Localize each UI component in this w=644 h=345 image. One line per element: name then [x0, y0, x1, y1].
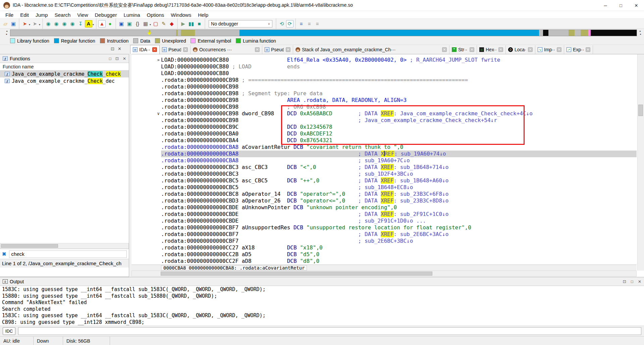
debugger-selector[interactable]: No debugger∨ — [209, 20, 272, 27]
maximize-panel-icon[interactable]: □ — [631, 279, 633, 284]
asm-line[interactable]: .rodata:000000000000CBA8 ; sub_19A60+7C↓… — [161, 157, 637, 164]
menu-file[interactable]: File — [2, 12, 17, 18]
idc-language-button[interactable]: IDC — [3, 327, 15, 335]
undo-icon[interactable]: ➤ — [21, 20, 29, 27]
bp-data-icon[interactable]: ▣ — [126, 20, 133, 27]
idc-command-input[interactable] — [18, 327, 641, 335]
menu-options[interactable]: Options — [144, 12, 168, 18]
close-panel-icon[interactable]: ✕ — [638, 279, 641, 284]
fold-arrow-icon[interactable]: » — [152, 57, 160, 63]
tab-close-icon[interactable]: ✕ — [442, 47, 447, 52]
close-panel-icon[interactable]: ✕ — [118, 46, 121, 51]
tab-str-[interactable]: "Str···✕ — [449, 45, 477, 54]
output-line[interactable]: 1583C: using guessed type __int64 __fast… — [2, 312, 644, 319]
panel-splitter[interactable] — [129, 54, 131, 277]
restore-panel-icon[interactable]: ⊡ — [623, 279, 626, 284]
tab-close-icon[interactable]: ✕ — [498, 47, 503, 52]
scroll-thumb[interactable] — [1, 244, 58, 248]
close-button[interactable]: ✕ — [629, 0, 644, 11]
step-into-c-icon[interactable]: ⟲ — [278, 20, 285, 27]
jump-down-icon[interactable]: ↧ — [77, 20, 84, 27]
maximize-button[interactable]: □ — [613, 0, 629, 11]
listing-vscrollbar[interactable] — [637, 54, 644, 271]
output-log[interactable]: 1583C: using guessed type __int64 __fast… — [0, 286, 644, 326]
listing-hscrollbar[interactable] — [131, 271, 637, 277]
maximize-panel-icon[interactable]: □ — [109, 56, 111, 61]
navband-right-arrows-icon[interactable]: ▸◂ — [638, 30, 642, 36]
functions-hscrollbar[interactable] — [0, 243, 129, 249]
asm-line[interactable]: .rodata:000000000000CBC3 asc_CBC3 DCB "<… — [161, 164, 637, 171]
fold-arrow-icon[interactable]: ∨ — [152, 110, 160, 117]
menu-lumina[interactable]: Lumina — [120, 12, 143, 18]
asm-line[interactable]: .rodata:000000000000CBDE aUnknownPointer… — [161, 204, 637, 211]
view-2-icon[interactable]: ◉ — [53, 20, 60, 27]
menu-jump[interactable]: Jump — [32, 12, 51, 18]
asm-line[interactable]: .rodata:000000000000CB9C DCD 0x12345678 — [161, 124, 637, 130]
tab-close-icon[interactable]: ✕ — [528, 47, 533, 52]
tab-close-icon[interactable]: ✕ — [470, 47, 474, 52]
tab-ida-[interactable]: ≣IDA···✕ — [130, 45, 160, 54]
asm-line[interactable]: .rodata:000000000000CBC3 ; sub_1D2F4+3BC… — [161, 171, 637, 177]
bp-grid-icon[interactable]: ▦ — [142, 20, 149, 27]
asm-line[interactable]: .rodata:000000000000CBF7 aUnsupportedRes… — [161, 224, 637, 231]
bp-diamond-icon[interactable]: ◆ — [168, 20, 175, 27]
tab-close-icon[interactable]: ✕ — [557, 47, 561, 52]
output-line[interactable]: Search completed — [2, 306, 644, 313]
view-4-icon[interactable]: ◉ — [69, 20, 76, 27]
output-line[interactable]: 15880: using guessed type __int64 __fast… — [2, 293, 644, 300]
asm-line[interactable]: LOAD:000000000000CB80 — [161, 70, 637, 77]
output-line[interactable]: 1583C: using guessed type __int64 __fast… — [2, 286, 644, 293]
asm-line[interactable]: .rodata:000000000000CB98 AREA .rodata, D… — [161, 97, 637, 104]
dropdown-caret-icon[interactable]: ▾ — [29, 23, 30, 26]
asm-line[interactable]: .rodata:000000000000CB98 — [161, 83, 637, 90]
list-modules-icon[interactable]: ≡ — [314, 20, 321, 27]
menu-help[interactable]: Help — [195, 12, 212, 18]
asm-line[interactable]: .rodata:000000000000CB98 ; ORG 0xCB98 — [161, 104, 637, 110]
tab-hex-[interactable]: ◎Hex···✕ — [477, 45, 506, 54]
tab-close-icon[interactable]: ✕ — [183, 47, 188, 52]
asm-line[interactable]: »LOAD:000000000000CB80 Elf64_Rela <0x35A… — [161, 57, 637, 63]
menu-search[interactable]: Search — [51, 12, 74, 18]
scroll-thumb[interactable] — [161, 272, 432, 276]
functions-filter-input[interactable] — [9, 250, 127, 258]
save-database-icon[interactable]: ▣ — [10, 20, 17, 27]
text-mode-icon[interactable]: A — [85, 20, 92, 27]
output-line[interactable]: Command "AskNextText" failed — [2, 299, 644, 306]
asm-line[interactable]: .rodata:000000000000CB98 ; Segment type:… — [161, 90, 637, 97]
menu-windows[interactable]: Windows — [167, 12, 195, 18]
asm-line[interactable]: .rodata:000000000000CBA0 DCD 0xABCDEF12 — [161, 130, 637, 137]
open-file-icon[interactable]: ▱ — [2, 20, 9, 27]
asm-line[interactable]: .rodata:000000000000CC27 aX18 DCB "x18",… — [161, 244, 637, 251]
clear-filter-icon[interactable]: ✖ — [2, 251, 6, 257]
menu-edit[interactable]: Edit — [17, 12, 32, 18]
asm-line[interactable]: .rodata:000000000000CBD3 aOperator_26 DC… — [161, 197, 637, 204]
minimize-button[interactable]: ─ — [598, 0, 613, 11]
asm-line[interactable]: .rodata:000000000000CBDE ; sub_2F91C+1D0… — [161, 218, 637, 224]
tab-close-icon[interactable]: ✕ — [286, 47, 290, 52]
asm-line[interactable]: .rodata:000000000000CBC5 asc_CBC5 DCB "+… — [161, 177, 637, 184]
close-panel-icon[interactable]: ✕ — [123, 56, 126, 61]
function-name-column-header[interactable]: Function name — [0, 63, 129, 70]
bp-code-icon[interactable]: ▣ — [118, 20, 125, 27]
dropdown-caret-icon[interactable]: ▾ — [93, 23, 94, 26]
bp-stop-icon[interactable]: ▢ — [152, 20, 159, 27]
function-list-item[interactable]: fJava_com_example_crackme_Check_check — [0, 70, 129, 77]
asm-line[interactable]: .rodata:000000000000CBC5 ; sub_1B648+EC8… — [161, 184, 637, 191]
debug-pause-icon[interactable]: ▮▮ — [187, 20, 195, 27]
dropdown-caret-icon[interactable]: ▾ — [150, 23, 151, 26]
tab-pseud-[interactable]: ≣Pseud···✕ — [262, 45, 293, 54]
asm-line[interactable]: .rodata:000000000000CBF7 ; sub_2E6BC+3BC… — [161, 238, 637, 244]
restore-panel-icon[interactable]: ⊡ — [115, 56, 119, 61]
bp-braces-icon[interactable]: {} — [134, 20, 141, 27]
tab-exp-[interactable]: ↗Exp···✕ — [564, 45, 593, 54]
float-panel-icon[interactable]: ⊡ — [111, 46, 114, 51]
asm-line[interactable]: .rodata:000000000000CBA8 ; DATA XREF: su… — [161, 151, 637, 157]
output-line[interactable]: CB98: using guessed type __int128 xmmwor… — [2, 319, 644, 326]
navband-left-arrows-icon[interactable]: ◂▸ — [5, 30, 9, 36]
asm-line[interactable]: .rodata:000000000000CBA8 aCovariantRetur… — [161, 144, 637, 151]
dropdown-caret-icon[interactable]: ▾ — [39, 23, 40, 26]
list-threads-icon[interactable]: ≡ — [306, 20, 313, 27]
tab-close-icon[interactable]: ✕ — [255, 47, 260, 52]
lumina-pull-icon[interactable]: ● — [106, 20, 114, 27]
asm-line[interactable]: .rodata:000000000000CC2F aD8 DCB "d8",0 — [161, 258, 637, 265]
